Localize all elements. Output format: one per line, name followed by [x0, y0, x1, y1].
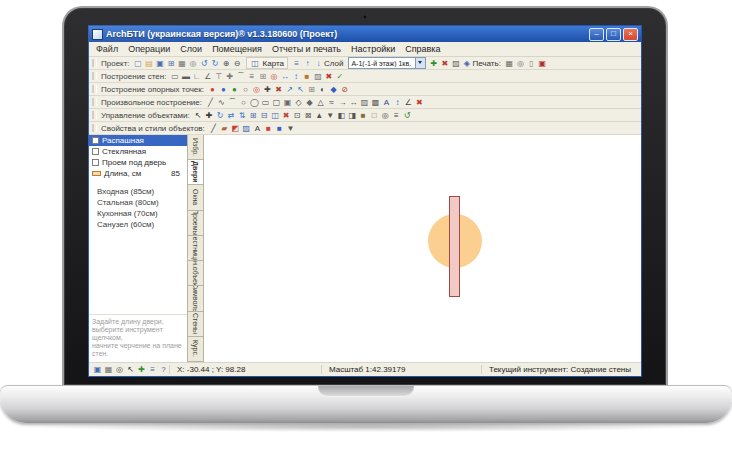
wall-length-icon[interactable]: ↔ — [279, 71, 290, 82]
minimize-button[interactable]: – — [589, 28, 604, 41]
tab-stairs[interactable]: Лестницы — [188, 236, 203, 261]
angle-tool-icon[interactable]: ∠ — [403, 97, 414, 108]
checkbox-icon[interactable] — [92, 137, 99, 144]
close-button[interactable]: × — [623, 28, 638, 41]
rect-tool-icon[interactable]: ▭ — [260, 97, 271, 108]
map-toggle-button[interactable]: ◫ Карта — [246, 57, 288, 69]
hatch-tool-icon[interactable]: ▨ — [359, 97, 370, 108]
wall-grid-icon[interactable]: ⊞ — [257, 71, 268, 82]
brush-style-icon[interactable]: ▰ — [219, 123, 230, 134]
refresh-icon[interactable]: ↺ — [402, 110, 413, 121]
menu-operations[interactable]: Операции — [123, 44, 175, 54]
wall-straight-icon[interactable]: ▭ — [169, 71, 180, 82]
layer-info-icon[interactable]: ◈ — [461, 58, 472, 69]
ungroup-icon[interactable]: ⊠ — [303, 110, 314, 121]
fill-style-icon[interactable]: ▨ — [241, 123, 252, 134]
toolbar-grip[interactable] — [92, 85, 97, 93]
zoom-in-icon[interactable]: ⊕ — [221, 58, 232, 69]
toolbar-grip[interactable] — [92, 72, 97, 80]
color-red-icon[interactable]: ■ — [263, 123, 274, 134]
zoom-out-icon[interactable]: ⊖ — [232, 58, 243, 69]
undo-icon[interactable]: ↺ — [199, 58, 210, 69]
preset-bathroom-door[interactable]: Санузел (60см) — [89, 219, 187, 230]
dimension-tool-icon[interactable]: ↕ — [392, 97, 403, 108]
polygon-tool-icon[interactable]: ◇ — [293, 97, 304, 108]
fill-tool-icon[interactable]: ▩ — [370, 97, 381, 108]
wall-apply-icon[interactable]: ✓ — [334, 71, 345, 82]
drawing-canvas[interactable] — [204, 135, 641, 362]
layers-icon[interactable]: ≡ — [291, 58, 302, 69]
tab-cursor[interactable]: Курс. — [188, 337, 203, 362]
align-left-icon[interactable]: ◧ — [336, 110, 347, 121]
erase-tool-icon[interactable]: ✖ — [414, 97, 425, 108]
tab-sanitary-objects[interactable]: Сан.объекты — [188, 261, 203, 286]
point-grid-icon[interactable]: ⊞ — [306, 84, 317, 95]
point-green-icon[interactable]: ● — [229, 84, 240, 95]
circle-tool-icon[interactable]: ○ — [238, 97, 249, 108]
print-icon[interactable]: ▦ — [177, 58, 188, 69]
checkbox-icon[interactable] — [92, 159, 99, 166]
send-back-icon[interactable]: ▼ — [325, 110, 336, 121]
tab-favorites[interactable]: Избр. — [188, 135, 203, 160]
point-target-icon[interactable]: ◎ — [251, 84, 262, 95]
point-midpoint-icon[interactable]: ◐ — [317, 84, 328, 95]
point-blue-icon[interactable]: ● — [218, 84, 229, 95]
point-hollow-icon[interactable]: ○ — [240, 84, 251, 95]
toolbar-grip[interactable] — [92, 59, 97, 67]
paste-object-icon[interactable]: ⊟ — [259, 110, 270, 121]
font-style-icon[interactable]: A — [252, 123, 263, 134]
toolbar-grip[interactable] — [92, 124, 97, 132]
open-project-icon[interactable]: ▤ — [144, 58, 155, 69]
bring-front-icon[interactable]: ▲ — [314, 110, 325, 121]
tab-symbols[interactable]: Символы — [188, 286, 203, 311]
wall-arc-icon[interactable]: ⌒ — [235, 71, 246, 82]
wall-corner-icon[interactable]: ∟ — [191, 71, 202, 82]
page-setup-icon[interactable]: ▯ — [526, 58, 537, 69]
menu-rooms[interactable]: Помещения — [207, 44, 267, 54]
status-add-icon[interactable]: ✚ — [136, 364, 147, 375]
export-pdf-icon[interactable]: ▣ — [537, 58, 548, 69]
redo-icon[interactable]: ↻ — [210, 58, 221, 69]
polyline-tool-icon[interactable]: ∿ — [216, 97, 227, 108]
point-red-icon[interactable]: ● — [207, 84, 218, 95]
print-page-preview-icon[interactable]: ◎ — [515, 58, 526, 69]
layer-up-icon[interactable]: ↑ — [302, 58, 313, 69]
point-dir-nw-icon[interactable]: ↖ — [295, 84, 306, 95]
tab-windows[interactable]: Окна — [188, 185, 203, 210]
square-tool-icon[interactable]: ▢ — [271, 97, 282, 108]
curve-tool-icon[interactable]: ≈ — [326, 97, 337, 108]
text-tool-icon[interactable]: A — [381, 97, 392, 108]
properties-icon[interactable]: ≡ — [391, 110, 402, 121]
maximize-button[interactable]: □ — [606, 28, 621, 41]
lock-icon[interactable]: ■ — [358, 110, 369, 121]
new-project-icon[interactable]: ▢ — [133, 58, 144, 69]
tree-item-glass-door[interactable]: Стеклянная — [89, 146, 187, 157]
wall-snap-icon[interactable]: ◎ — [268, 71, 279, 82]
checkbox-icon[interactable] — [92, 148, 99, 155]
copy-object-icon[interactable]: ⊞ — [248, 110, 259, 121]
preset-kitchen-door[interactable]: Кухонная (70см) — [89, 208, 187, 219]
status-pointer-icon[interactable]: ↖ — [125, 364, 136, 375]
more-styles-icon[interactable]: ▼ — [285, 123, 296, 134]
preset-steel-door[interactable]: Стальная (80см) — [89, 197, 187, 208]
wall-angle-icon[interactable]: ∠ — [202, 71, 213, 82]
select-tool-icon[interactable]: ↖ — [193, 110, 204, 121]
print-preview-icon[interactable]: ◎ — [188, 58, 199, 69]
rotate-tool-icon[interactable]: ↻ — [215, 110, 226, 121]
duplicate-object-icon[interactable]: ◫ — [270, 110, 281, 121]
tab-doors[interactable]: Двери — [188, 160, 203, 185]
tree-item-door-opening[interactable]: Проем под дверь — [89, 157, 187, 168]
delete-layer-icon[interactable]: ✖ — [439, 58, 450, 69]
diamond-tool-icon[interactable]: ◆ — [304, 97, 315, 108]
delete-object-icon[interactable]: ✖ — [281, 110, 292, 121]
preset-entrance-door[interactable]: Входная (85см) — [89, 186, 187, 197]
line-tool-icon[interactable]: ╱ — [205, 97, 216, 108]
wall-chain-icon[interactable]: ≡ — [246, 71, 257, 82]
align-right-icon[interactable]: ◨ — [347, 110, 358, 121]
toolbar-grip[interactable] — [92, 111, 97, 119]
move-tool-icon[interactable]: ✚ — [204, 110, 215, 121]
menu-file[interactable]: Файл — [91, 44, 123, 54]
print-plan-icon[interactable]: ▦ — [504, 58, 515, 69]
wall-cross-icon[interactable]: ✚ — [224, 71, 235, 82]
wall-tee-icon[interactable]: ⊤ — [213, 71, 224, 82]
